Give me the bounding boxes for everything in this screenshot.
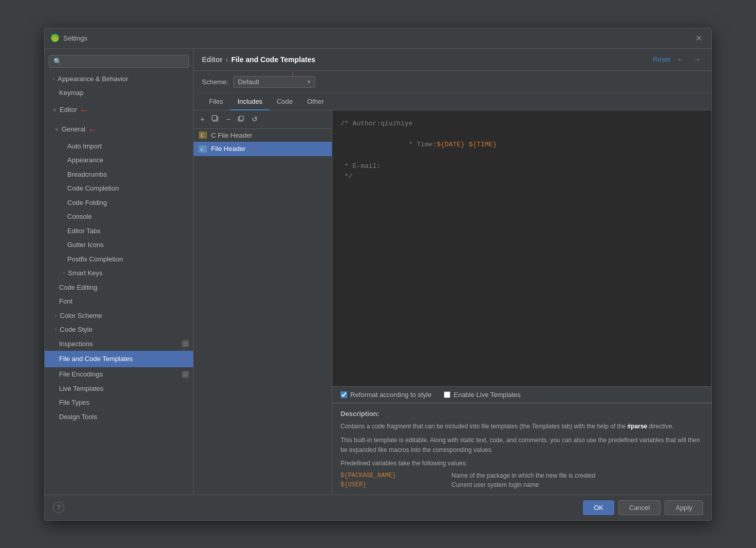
settings-dialog: 🐸 Settings ✕ 🔍 › Appearance & Behavior K… <box>44 28 712 521</box>
search-icon: 🔍 <box>53 58 62 65</box>
header-actions: Reset ← → <box>653 54 703 65</box>
main-panel: Editor › File and Code Templates Reset ←… <box>194 49 711 495</box>
comment-text: /* Author:qiuzhiye <box>341 120 412 127</box>
sidebar-item-label: Smart Keys <box>68 268 102 278</box>
sidebar-item-appearance-behavior[interactable]: › Appearance & Behavior <box>45 72 193 86</box>
sidebar-item-code-folding[interactable]: Code Folding <box>45 196 193 210</box>
code-editor-area: /* Author:qiuzhiye * Time:${DATE} ${TIME… <box>332 110 711 386</box>
sidebar-item-general[interactable]: ∨ General ← <box>45 120 193 139</box>
sidebar-item-file-and-code-templates[interactable]: File and Code Templates ← <box>45 351 193 367</box>
sidebar-item-label: General <box>62 124 85 135</box>
scheme-dropdown-wrapper: Default Project ▼ <box>233 76 315 88</box>
sidebar-item-file-encodings[interactable]: File Encodings ⊡ <box>45 367 193 382</box>
desc-vars: ${PACKAGE_NAME} Name of the package in w… <box>341 472 703 488</box>
comment-text-2: * E-mail: <box>341 162 381 170</box>
duplicate-template-button[interactable] <box>235 114 247 125</box>
help-button[interactable]: ? <box>53 502 64 513</box>
add-template-button[interactable]: + <box>198 114 207 125</box>
sidebar-item-smart-keys[interactable]: › Smart Keys <box>45 266 193 280</box>
scheme-label: Scheme: <box>202 78 228 86</box>
sidebar-item-label: Font <box>59 296 72 307</box>
sidebar-item-breadcrumbs[interactable]: Breadcrumbs <box>45 167 193 182</box>
live-templates-checkbox-item[interactable]: Enable Live Templates <box>444 391 521 399</box>
chevron-right-icon: › <box>55 326 56 333</box>
var-user-name: ${USER} <box>341 481 443 488</box>
sidebar-item-font[interactable]: Font <box>45 294 193 309</box>
reformat-checkbox-item[interactable]: Reformat according to style <box>341 391 431 399</box>
sidebar-item-label: Editor Tabs <box>67 226 101 236</box>
sidebar-item-label: Breadcrumbs <box>67 169 107 180</box>
sidebar-item-code-editing[interactable]: Code Editing <box>45 280 193 295</box>
sidebar-item-label: Auto Import <box>67 141 102 152</box>
chevron-right-icon: › <box>53 75 54 83</box>
sidebar-item-auto-import[interactable]: Auto Import <box>45 139 193 154</box>
sidebar-item-editor[interactable]: ∨ Editor ← <box>45 100 193 120</box>
chevron-right-icon: › <box>55 312 56 319</box>
live-templates-checkbox[interactable] <box>444 391 450 398</box>
description-text: Contains a code fragment that can be inc… <box>341 422 703 431</box>
cancel-button[interactable]: Cancel <box>618 500 660 515</box>
file-header-arrow-indicator: ← <box>252 144 260 154</box>
template-items: C C File Header F <box>194 129 332 495</box>
close-button[interactable]: ✕ <box>692 32 705 44</box>
sidebar-item-console[interactable]: Console <box>45 210 193 224</box>
var-package-desc: Name of the package in which the new fil… <box>451 472 703 479</box>
sidebar-item-label: Code Style <box>60 325 92 335</box>
apply-button[interactable]: Apply <box>665 500 703 515</box>
scheme-select[interactable]: Default Project <box>233 76 315 88</box>
template-item-c-file-header[interactable]: C C File Header <box>194 129 332 142</box>
reset-button[interactable]: Reset <box>653 55 670 63</box>
sidebar-item-code-completion[interactable]: Code Completion <box>45 181 193 196</box>
sidebar-item-color-scheme[interactable]: › Color Scheme <box>45 309 193 323</box>
description-title: Description: <box>341 410 703 418</box>
sidebar-item-file-types[interactable]: File Types <box>45 395 193 410</box>
search-box[interactable]: 🔍 <box>49 55 189 68</box>
sidebar-item-label: Code Editing <box>59 282 97 293</box>
tab-other[interactable]: Other <box>300 93 331 110</box>
template-item-file-header[interactable]: F File Header ← <box>194 142 332 156</box>
sidebar-item-label: Inspections <box>59 339 93 349</box>
nav-forward-button[interactable]: → <box>691 54 703 65</box>
sidebar-item-keymap[interactable]: Keymap <box>45 86 193 100</box>
sidebar-item-design-tools[interactable]: Design Tools <box>45 410 193 424</box>
options-row: Reformat according to style Enable Live … <box>332 386 711 403</box>
sidebar-item-appearance[interactable]: Appearance <box>45 153 193 167</box>
svg-text:F: F <box>201 148 203 152</box>
desc-text-bold: #parse <box>628 423 648 430</box>
sidebar-item-label: Keymap <box>59 88 84 98</box>
code-line-1: /* Author:qiuzhiye <box>341 119 703 129</box>
chevron-down-icon: ∨ <box>55 125 59 133</box>
code-line-2: * Time:${DATE} ${TIME} <box>341 129 703 161</box>
sidebar-item-code-style[interactable]: › Code Style <box>45 323 193 337</box>
tab-code[interactable]: Code <box>270 93 300 110</box>
remove-template-button[interactable]: − <box>223 114 233 125</box>
template-item-label: File Header <box>211 145 245 153</box>
code-line-4: */ <box>341 172 703 182</box>
copy-template-button[interactable] <box>209 114 221 125</box>
sidebar-item-live-templates[interactable]: Live Templates <box>45 382 193 396</box>
sidebar-item-gutter-icons[interactable]: Gutter Icons <box>45 238 193 252</box>
sidebar-item-label: Code Completion <box>67 183 119 194</box>
sidebar-item-postfix-completion[interactable]: Postfix Completion <box>45 252 193 267</box>
search-input[interactable] <box>65 58 184 65</box>
nav-back-button[interactable]: ← <box>674 54 687 65</box>
sidebar-item-inspections[interactable]: Inspections ⊡ <box>45 337 193 351</box>
dialog-title: Settings <box>63 34 87 42</box>
ok-button[interactable]: OK <box>583 500 614 515</box>
sidebar-item-label: Console <box>67 212 92 222</box>
description-text-2: This built-in template is editable. Alon… <box>341 436 703 455</box>
sidebar-item-label: Color Scheme <box>60 311 102 321</box>
desc-text-1: Contains a code fragment that can be inc… <box>341 423 532 430</box>
code-line-3: * E-mail: <box>341 161 703 172</box>
var-package-name: ${PACKAGE_NAME} <box>341 472 443 479</box>
tab-includes[interactable]: Includes <box>230 93 269 110</box>
file-encodings-badge: ⊡ <box>182 371 189 378</box>
sidebar-item-editor-tabs[interactable]: Editor Tabs <box>45 224 193 238</box>
code-editor[interactable]: /* Author:qiuzhiye * Time:${DATE} ${TIME… <box>332 110 711 386</box>
undo-button[interactable]: ↺ <box>249 114 260 125</box>
tab-files[interactable]: Files <box>202 93 230 110</box>
list-toolbar: + − ↺ <box>194 110 332 129</box>
sidebar-item-label: Appearance & Behavior <box>58 74 128 84</box>
reformat-checkbox[interactable] <box>341 391 347 398</box>
desc-vars-header: Predefined variables take the following … <box>341 460 703 467</box>
